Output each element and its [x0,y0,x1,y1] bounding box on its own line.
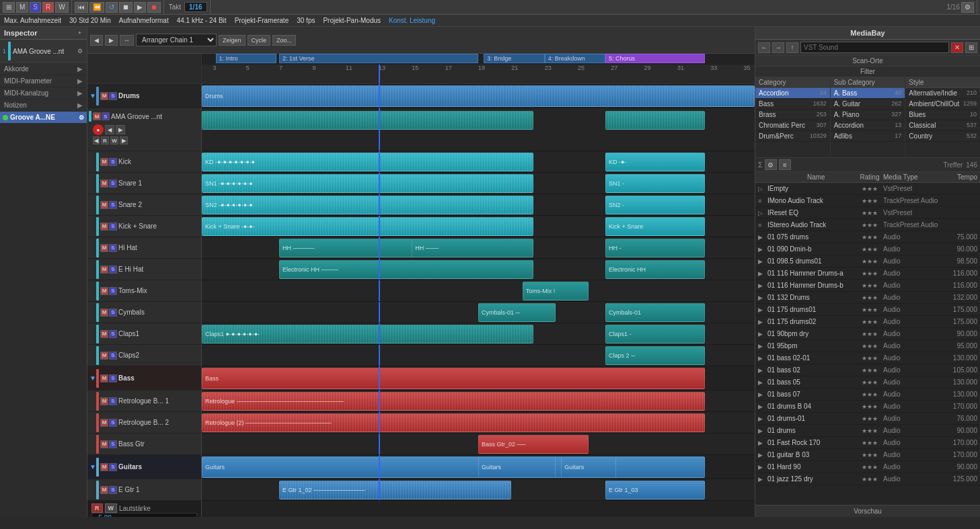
toolbar-icon-grid[interactable]: ⊞ [3,2,15,13]
toolbar-icon-m[interactable]: M [16,2,28,13]
results-filter[interactable]: ≡ [779,159,791,170]
cat-chromatic[interactable]: Chromatic Perc307 [755,120,830,131]
clip-guitars2[interactable]: Guitars [478,456,556,478]
style-country[interactable]: Country532 [905,131,980,142]
clip-ama2[interactable] [605,111,705,130]
volume-value[interactable]: -5.80 [91,513,197,517]
result-ireset[interactable]: ▷ IReset EQ ★★★ VstPreset [755,207,980,219]
clip-claps1-1[interactable]: Claps1 ●-●-●-●-●-●- [202,325,533,343]
ehibat-mute[interactable]: M [100,266,108,274]
style-blues[interactable]: Blues10 [905,110,980,120]
style-classical[interactable]: Classical537 [905,120,980,131]
ehibat-solo[interactable]: S [109,266,117,274]
bassgtr-solo[interactable]: S [109,440,117,448]
guitars-solo[interactable]: S [109,463,117,471]
subcat-accordion[interactable]: Accordion13 [831,120,905,131]
arranger-chain-selector[interactable]: Arranger Chain 1 [136,34,217,46]
clip-egtr1-2[interactable]: E Gtr 1_03 [605,481,705,499]
expand-drums[interactable]: ▼ [89,92,95,99]
retro2-mute[interactable]: M [100,419,108,427]
kicksnare-solo[interactable]: S [109,222,117,231]
result-116hammera[interactable]: ▶ 01 116 Hammer Drums-a ★★★ Audio 116.00… [755,268,980,280]
result-drums01[interactable]: ▶ 01 drums-01 ★★★ Audio 76.000 [755,413,980,425]
btn-cycle[interactable]: ↺ [106,2,118,13]
btn-cycle[interactable]: Cycle [248,35,271,46]
snare1-solo[interactable]: S [109,179,117,188]
result-fastrock[interactable]: ▶ 01 Fast Rock 170 ★★★ Audio 170.000 [755,437,980,449]
expand-guitars[interactable]: ▼ [89,463,95,471]
cat-accordion[interactable]: Accordion24 [755,88,830,99]
result-drumsb04[interactable]: ▶ 01 drums B 04 ★★★ Audio 170.000 [755,401,980,413]
clip-kick1[interactable]: KD -●-●-●-●-●-●-● [202,153,533,171]
section-breakdown[interactable]: 4: Breakdown [545,54,605,63]
toolbar-icon-w[interactable]: W [55,2,68,13]
drums-solo[interactable]: S [109,92,117,100]
cymbals-mute[interactable]: M [100,309,108,317]
mediabay-up[interactable]: ↑ [786,42,798,53]
retro1-solo[interactable]: S [109,397,117,405]
results-settings[interactable]: ⚙ [765,159,777,170]
subcat-aguitar[interactable]: A. Guitar262 [831,99,905,110]
mediabay-clear-search[interactable]: ✕ [951,42,963,53]
result-bass0201[interactable]: ▶ 01 bass 02-01 ★★★ Audio 130.000 [755,352,980,364]
cat-drum[interactable]: Drum&Perc10329 [755,131,830,142]
egtr1-mute[interactable]: M [100,486,108,494]
result-bass02[interactable]: ▶ 01 bass 02 ★★★ Audio 105.000 [755,364,980,376]
ama-btn1[interactable]: ◀ [93,136,100,145]
clip-claps1-2[interactable]: Claps1 - [605,325,705,343]
clip-sn2-1[interactable]: SN2 -●-●-●-●-●-● [202,196,533,214]
drums-mute[interactable]: M [100,92,108,100]
inspector-akkorde[interactable]: Akkorde ▶ [0,63,87,75]
retro1-mute[interactable]: M [100,397,108,405]
mediabay-back[interactable]: ← [758,42,770,53]
subcat-adlibs[interactable]: Adlibs17 [831,131,905,142]
bass-mute[interactable]: M [100,374,108,382]
clip-retro2-1[interactable]: Retrologue (2) ──────────────────── [202,413,705,432]
result-116hammerb[interactable]: ▶ 01 116 Hammer Drums-b ★★★ Audio 116.00… [755,280,980,292]
ama-solo[interactable]: S [102,112,110,120]
mediabay-view-btn[interactable]: ⊞ [965,42,977,53]
btn-zoom[interactable]: Zoo... [272,35,296,46]
bassgtr-mute[interactable]: M [100,440,108,448]
clip-hh2[interactable]: HH ─── [412,239,533,257]
clip-egtr1-1[interactable]: E Gtr 1_02 ──────────── [279,481,511,499]
inspector-midi-kanalzug[interactable]: MIDI-Kanalzug ▶ [0,87,87,99]
btn-arranger-back[interactable]: ◀ [90,35,103,46]
clip-retro1-1[interactable]: Retrologue ───────────────────────── [202,392,705,411]
clip-sn2-2[interactable]: SN2 - [605,196,705,214]
result-drums[interactable]: ▶ 01 drums ★★★ Audio 90.000 [755,425,980,437]
clip-kick2[interactable]: KD -●- [605,153,705,171]
egtr1-solo[interactable]: S [109,486,117,494]
section-intro[interactable]: 1: Intro [216,54,276,63]
btn-play[interactable]: ▶ [134,2,146,13]
result-guitarb03[interactable]: ▶ 01 guitar B 03 ★★★ Audio 170.000 [755,449,980,461]
kicksnare-mute[interactable]: M [100,222,108,231]
clip-cym1[interactable]: Cymbals-01 ─ [478,303,556,322]
btn-arranger-forward[interactable]: ▶ [105,35,118,46]
clip-toms1[interactable]: Toms-Mix ! [523,282,589,300]
mediabay-forward[interactable]: → [772,42,784,53]
toolbar-icon-r[interactable]: R [42,2,54,13]
vol-w-btn[interactable]: W [105,503,118,513]
clip-ehh1[interactable]: Electronic HH ──── [279,260,533,279]
hihat-solo[interactable]: S [109,244,117,252]
toolbar-icon-s[interactable]: S [30,2,41,13]
clip-ks1[interactable]: Kick + Snare -●-●- [202,217,533,236]
btn-arranger-zoom[interactable]: ↔ [120,35,134,46]
clip-bassgtr1[interactable]: Bass Gtr_02 ── [478,435,589,454]
cat-brass[interactable]: Brass253 [755,110,830,120]
inspector-midi-param[interactable]: MIDI-Parameter ▶ [0,75,87,87]
inspector-notizen[interactable]: Notizen ▶ [0,99,87,112]
toms-mute[interactable]: M [100,287,108,295]
ama-right[interactable]: ▶ [116,125,125,134]
btn-record[interactable]: ⏺ [147,2,161,13]
clip-ehh2[interactable]: Electronic HH [605,260,705,279]
result-iempty[interactable]: ▷ IEmpty ★★★ VstPreset [755,183,980,195]
retro2-solo[interactable]: S [109,419,117,427]
ama-mute[interactable]: M [93,112,101,120]
result-istereo[interactable]: ≡ IStereo Audio Track ★★★ TrackPreset Au… [755,219,980,231]
result-132drums[interactable]: ▶ 01 132 Drums ★★★ Audio 132.000 [755,292,980,304]
claps2-solo[interactable]: S [109,352,117,360]
snare2-solo[interactable]: S [109,201,117,209]
ama-left[interactable]: ◀ [105,125,114,134]
